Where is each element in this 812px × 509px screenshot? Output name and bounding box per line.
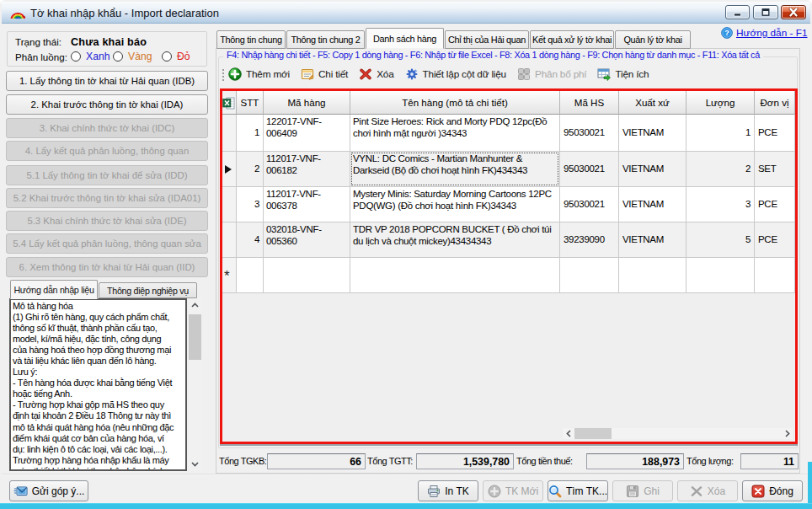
- main-tab-1[interactable]: Thông tin chung: [216, 30, 286, 49]
- grid-cell-stt[interactable]: [237, 258, 264, 293]
- grid-cell-don-vi[interactable]: [755, 258, 795, 293]
- guide-textarea[interactable]: Mô tả hàng hóa (1) Ghi rõ tên hàng, quy …: [9, 298, 187, 471]
- total-value-4: 11: [740, 453, 799, 469]
- scroll-down-icon[interactable]: [189, 458, 201, 471]
- grid-cell-ma-hang[interactable]: 032018-VNF- 005360: [264, 222, 350, 258]
- toolbar-button-2[interactable]: Chi tiết: [301, 67, 348, 81]
- close-button[interactable]: [781, 5, 806, 19]
- main-tab-3[interactable]: Danh sách hàng: [366, 28, 444, 49]
- grid-corner-cell[interactable]: [222, 91, 237, 115]
- grid-cell-stt[interactable]: 3: [237, 187, 264, 222]
- grid-cell-xuat-xu[interactable]: VIETNAM: [619, 187, 686, 222]
- grid-cell-ma-hang[interactable]: 122017-VNF- 006409: [264, 115, 350, 152]
- stream-option-đỏ[interactable]: Đỏ: [162, 50, 190, 63]
- scroll-right-icon[interactable]: [782, 428, 793, 439]
- guide-scrollbar[interactable]: [189, 298, 201, 471]
- grid-column-header-4[interactable]: Mã HS: [560, 91, 619, 115]
- grid-row-header[interactable]: [222, 222, 237, 258]
- stream-option-vàng[interactable]: Vàng: [113, 50, 152, 63]
- grid-cell-luong[interactable]: 5: [686, 222, 755, 258]
- grid-cell-luong[interactable]: 1: [686, 115, 755, 152]
- scrollbar-thumb[interactable]: [574, 428, 612, 439]
- grid-cell-don-vi[interactable]: PCE: [755, 187, 795, 222]
- footer-button-label: In TK: [445, 485, 468, 497]
- main-tab-2[interactable]: Thông tin chung 2: [286, 30, 365, 49]
- toolbar-button-4[interactable]: Thiết lập cột dữ liệu: [405, 67, 506, 81]
- grid-cell-don-vi[interactable]: SET: [755, 152, 795, 187]
- grid-cell-ma-hs[interactable]: 95030021: [560, 152, 619, 187]
- save-icon: [626, 485, 639, 498]
- grid-cell-stt[interactable]: 4: [237, 222, 264, 258]
- footer-button-in-tk[interactable]: In TK: [418, 480, 478, 501]
- window-titlebar[interactable]: Tờ khai nhập khẩu - Import declaration: [2, 2, 810, 24]
- grid-cell-ma-hs[interactable]: 95030021: [560, 115, 619, 152]
- grid-row-header[interactable]: *: [222, 258, 237, 293]
- grid-horizontal-scrollbar[interactable]: [563, 428, 793, 439]
- grid-cell-ma-hs[interactable]: [560, 258, 619, 293]
- stream-option-xanh[interactable]: Xanh: [71, 50, 110, 63]
- scrollbar-thumb[interactable]: [189, 314, 201, 360]
- grid-row-header[interactable]: [222, 152, 237, 187]
- maximize-button[interactable]: [753, 5, 778, 19]
- grid-cell-ten-hang[interactable]: Mystery Minis: Saturday Morning Cartoons…: [350, 187, 560, 222]
- main-tab-6[interactable]: Quản lý tờ khai: [615, 30, 691, 49]
- radio-icon[interactable]: [162, 51, 172, 62]
- scroll-left-icon[interactable]: [563, 428, 574, 439]
- toolbar-button-3[interactable]: Xóa: [359, 67, 393, 81]
- main-tab-5[interactable]: Kết quả xử lý tờ khai: [530, 30, 614, 49]
- envelope-icon: [13, 485, 28, 497]
- close-icon: [788, 8, 799, 17]
- delete-gray-icon: [690, 485, 703, 498]
- send-feedback-label: Gửi góp ý...: [32, 485, 85, 497]
- grid-cell-luong[interactable]: 2: [686, 152, 755, 187]
- grid-cell-ten-hang[interactable]: TDR VP 2018 POPCORN BUCKET ( Đồ chơi túi…: [350, 222, 560, 258]
- grid-column-header-3[interactable]: Tên hàng (mô tả chi tiết): [350, 91, 560, 115]
- grid-cell-luong[interactable]: [686, 258, 755, 293]
- help-link[interactable]: Hướng dẫn - F1: [736, 27, 808, 39]
- grid-cell-ma-hang[interactable]: [264, 258, 350, 293]
- grid-cell-ten-hang[interactable]: VYNL: DC Comics - Martian Manhunter & Da…: [350, 152, 560, 187]
- grid-row-header[interactable]: [222, 115, 237, 152]
- grid-column-header-6[interactable]: Lượng: [686, 91, 755, 115]
- footer-button-t-m-tk[interactable]: Tìm TK...: [548, 480, 608, 501]
- scroll-up-icon[interactable]: [189, 298, 201, 312]
- grid-cell-ten-hang[interactable]: Pint Size Heroes: Rick and Morty PDQ 12p…: [350, 115, 560, 152]
- grid-cell-stt[interactable]: 1: [237, 115, 264, 152]
- goods-grid: STTMã hàngTên hàng (mô tả chi tiết)Mã HS…: [220, 88, 798, 444]
- grid-column-header-2[interactable]: Mã hàng: [264, 91, 350, 115]
- minimize-button[interactable]: [725, 5, 750, 19]
- grid-cell-xuat-xu[interactable]: [619, 258, 686, 293]
- sidebar-tab-1[interactable]: Hướng dẫn nhập liệu: [10, 280, 98, 299]
- grid-column-header-7[interactable]: Đơn vị: [755, 91, 795, 115]
- toolbar-button-label: Thiết lập cột dữ liệu: [423, 68, 506, 80]
- radio-icon[interactable]: [71, 51, 81, 62]
- grid-cell-don-vi[interactable]: PCE: [755, 115, 795, 152]
- grid-cell-ma-hang[interactable]: 112017-VNF- 006182: [264, 152, 350, 187]
- grid-column-header-1[interactable]: STT: [237, 91, 264, 115]
- grid-cell-don-vi[interactable]: PCE: [755, 222, 795, 258]
- grid-cell-stt[interactable]: 2: [237, 152, 264, 187]
- grid-cell-xuat-xu[interactable]: VIETNAM: [619, 115, 686, 152]
- sidebar-tab-2[interactable]: Thông điệp nghiệp vụ: [99, 282, 197, 298]
- grid-cell-ma-hs[interactable]: 39239090: [560, 222, 619, 258]
- grid-cell-ma-hs[interactable]: 95030021: [560, 187, 619, 222]
- detail-icon: [301, 67, 314, 81]
- sidebar-action-button-2[interactable]: 2. Khai trước thông tin tờ khai (IDA): [6, 94, 208, 115]
- sidebar-action-button-1[interactable]: 1. Lấy thông tin tờ khai từ Hải quan (ID…: [6, 71, 208, 91]
- grid-cell-luong[interactable]: 3: [686, 187, 755, 222]
- fee-allocation-icon: [517, 67, 531, 81]
- send-feedback-button[interactable]: Gửi góp ý...: [9, 480, 88, 501]
- footer-button-ng[interactable]: Đóng: [742, 480, 803, 501]
- toolbar-button-1[interactable]: Thêm mới: [228, 67, 290, 81]
- grid-cell-xuat-xu[interactable]: VIETNAM: [619, 222, 686, 258]
- grid-row-header[interactable]: [222, 187, 237, 222]
- grid-column-header-5[interactable]: Xuất xứ: [619, 91, 686, 115]
- radio-icon[interactable]: [113, 51, 123, 62]
- grid-cell-xuat-xu[interactable]: VIETNAM: [619, 152, 686, 187]
- grid-cell-ten-hang[interactable]: [350, 258, 560, 293]
- footer-button-label: Đóng: [769, 485, 793, 497]
- grid-cell-ma-hang[interactable]: 112017-VNF- 006378: [264, 187, 350, 222]
- main-tab-4[interactable]: Chỉ thị của Hải quan: [445, 30, 529, 49]
- grid-header-row: STTMã hàngTên hàng (mô tả chi tiết)Mã HS…: [222, 91, 795, 115]
- toolbar-button-6[interactable]: Tiện ích: [597, 67, 649, 81]
